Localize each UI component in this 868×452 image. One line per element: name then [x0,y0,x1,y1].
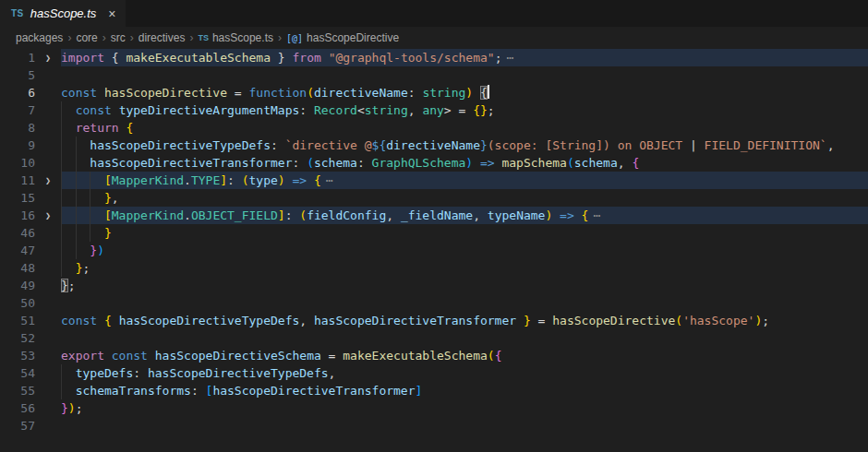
code-token [61,226,104,240]
code-line: 10 hasScopeDirectiveTransformer: (schema… [0,154,868,172]
code-token: hasScopeDirectiveTypeDefs [119,314,300,327]
code-line-content[interactable]: const typeDirectiveArgumentMaps: Record<… [61,101,868,119]
line-number[interactable]: 57 [0,417,35,434]
code-line-content[interactable]: return { [61,119,868,137]
code-editor[interactable]: 1❯import { makeExecutableSchema } from "… [0,48,868,452]
breadcrumb-label: src [111,31,126,44]
fold-chevron-icon[interactable]: ❯ [35,172,61,189]
fold-chevron-icon[interactable]: ❯ [35,49,61,66]
line-number[interactable]: 51 [0,312,35,329]
folded-code-ellipsis[interactable]: ⋯ [506,51,513,65]
code-token: hasScopeDirectiveTypeDefs [148,366,329,380]
code-line-content[interactable]: [MapperKind.TYPE]: (type) => {⋯ [61,172,868,189]
breadcrumb-item-directives[interactable]: directives [139,31,186,44]
line-number[interactable]: 56 [0,399,35,417]
line-number[interactable]: 15 [0,189,35,207]
code-line-content[interactable]: export const hasScopeDirectiveSchema = m… [61,347,868,364]
code-line-content[interactable] [61,329,868,347]
breadcrumb-item-hasscopedirective[interactable]: [@]hasScopeDirective [286,31,399,44]
indent-guide [76,224,77,242]
code-line-content[interactable]: const hasScopeDirective = function(direc… [61,84,868,101]
code-line-content[interactable]: }; [61,277,868,294]
line-number[interactable]: 46 [0,224,35,242]
code-line-content[interactable]: }; [61,259,868,277]
line-number[interactable]: 49 [0,277,35,294]
code-token: : [357,156,372,170]
folded-code-ellipsis[interactable]: ⋯ [593,208,600,222]
line-number[interactable]: 6 [0,84,35,101]
code-line-content[interactable]: }) [61,242,868,259]
breadcrumb-item-core[interactable]: core [76,31,97,44]
breadcrumb-item-src[interactable]: src [111,31,126,44]
code-line-content[interactable]: } [61,224,868,242]
code-line-content[interactable] [61,66,868,84]
code-token: ${ [372,138,387,152]
line-number[interactable]: 54 [0,364,35,382]
breadcrumb-item-packages[interactable]: packages [16,31,63,44]
code-line-content[interactable] [61,294,868,312]
line-number[interactable]: 8 [0,119,35,137]
line-number[interactable]: 7 [0,101,35,119]
code-token: type [249,173,278,187]
code-token [61,366,76,380]
line-number[interactable]: 48 [0,259,35,277]
gutter-spacer [35,329,61,347]
code-token: ( [307,156,314,170]
code-token: , [408,103,423,117]
gutter-spacer [35,417,61,434]
code-token [61,191,104,205]
code-token: } [524,314,531,327]
code-token: hasScopeDirective [104,86,227,100]
code-line-content[interactable]: schemaTransforms: [hasScopeDirectiveTran… [61,382,868,399]
tab-hasscope-ts[interactable]: TS hasScope.ts × [0,0,126,27]
code-line-content[interactable]: [MapperKind.OBJECT_FIELD]: (fieldConfig,… [61,207,868,224]
code-token: > = [444,103,473,117]
code-token: 'hasScope' [682,314,754,327]
code-token: } [90,244,97,257]
code-token: ; [495,51,502,65]
code-token: makeExecutableSchema [126,51,271,65]
editor-tab-bar: TS hasScope.ts × [0,0,868,28]
code-token [112,314,119,327]
tab-title: hasScope.ts [30,6,97,20]
line-number[interactable]: 16 [0,207,35,224]
code-token: : [285,208,300,222]
line-number[interactable]: 1 [0,49,35,66]
code-token: _fieldName [401,208,473,222]
code-line-content[interactable]: const { hasScopeDirectiveTypeDefs, hasSc… [61,312,868,329]
code-token: : [271,138,285,152]
line-number[interactable]: 10 [0,154,35,172]
folded-code-ellipsis[interactable]: ⋯ [326,173,333,187]
code-token: from [292,51,320,65]
line-number[interactable]: 50 [0,294,35,312]
code-token: schema [314,156,357,170]
line-number[interactable]: 9 [0,137,35,154]
code-token: directiveName [314,86,408,100]
code-line-content[interactable]: }); [61,399,868,417]
code-line-content[interactable]: import { makeExecutableSchema } from "@g… [61,49,868,66]
line-number[interactable]: 5 [0,66,35,84]
code-line-content[interactable]: hasScopeDirectiveTypeDefs: `directive @$… [61,137,868,154]
line-number[interactable]: 11 [0,172,35,189]
breadcrumb-item-hasscope-ts[interactable]: TShasScope.ts [198,31,273,44]
code-token: ; [762,314,769,327]
code-token: : [299,103,314,117]
fold-chevron-icon[interactable]: ❯ [35,207,61,224]
code-token [516,314,524,327]
tab-close-icon[interactable]: × [108,7,115,20]
gutter-spacer [35,347,61,364]
line-number[interactable]: 53 [0,347,35,364]
code-token: schema [574,156,618,170]
indent-guide [61,382,62,399]
code-line-content[interactable]: hasScopeDirectiveTransformer: (schema: G… [61,154,868,172]
line-number[interactable]: 52 [0,329,35,347]
code-token: = [227,86,248,100]
indent-guide [61,154,62,172]
line-number[interactable]: 55 [0,382,35,399]
line-number[interactable]: 47 [0,242,35,259]
code-line-content[interactable]: }, [61,189,868,207]
code-line-content[interactable] [61,417,868,434]
code-line-content[interactable]: typeDefs: hasScopeDirectiveTypeDefs, [61,364,868,382]
indent-guide [90,224,90,242]
code-token [61,384,76,398]
